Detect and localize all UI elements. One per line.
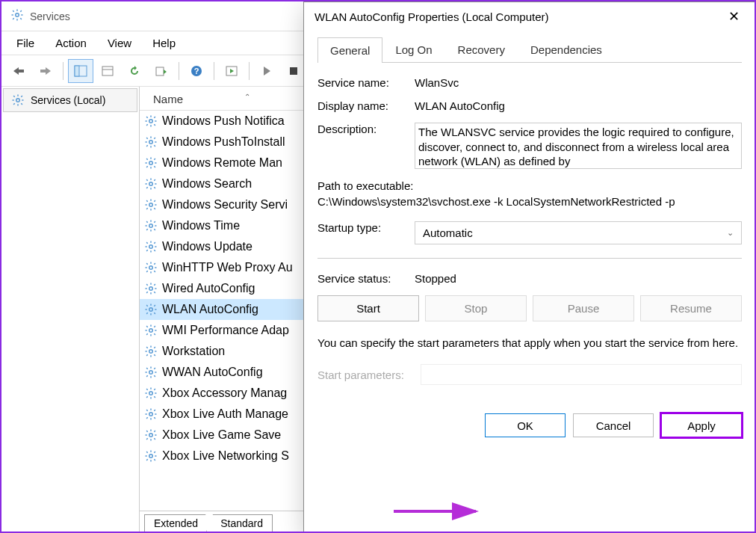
apply-button[interactable]: Apply [661, 413, 742, 437]
startup-type-dropdown[interactable]: Automatic ⌄ [415, 221, 742, 244]
tree-services-local[interactable]: Services (Local) [3, 88, 137, 112]
service-name: Windows Update [162, 240, 252, 253]
svg-point-0 [16, 13, 19, 17]
service-name: WMI Performance Adap [162, 324, 289, 337]
value-path: C:\Windows\system32\svchost.exe -k Local… [317, 195, 742, 208]
play-button[interactable] [254, 59, 279, 83]
svg-point-14 [149, 182, 153, 186]
menu-file[interactable]: File [7, 34, 43, 52]
svg-point-12 [149, 141, 153, 144]
service-name: Windows Security Servi [162, 198, 288, 212]
svg-point-19 [149, 287, 153, 291]
svg-point-26 [149, 434, 153, 437]
svg-text:?: ? [194, 67, 199, 76]
service-name: Wired AutoConfig [162, 282, 255, 295]
label-service-status: Service status: [317, 272, 415, 285]
gear-icon [144, 386, 158, 400]
svg-rect-2 [75, 66, 79, 76]
gear-icon [144, 449, 158, 463]
tab-recovery[interactable]: Recovery [445, 37, 518, 62]
toolbar-separator [179, 62, 179, 80]
label-description: Description: [317, 123, 415, 169]
label-start-parameters: Start parameters: [317, 369, 415, 381]
gear-icon [144, 407, 158, 421]
dialog-body: General Log On Recovery Dependencies Ser… [304, 31, 755, 413]
tab-dependencies[interactable]: Dependencies [518, 37, 615, 62]
resume-service-button: Resume [640, 295, 742, 321]
tab-standard[interactable]: Standard [206, 514, 273, 532]
service-name: WWAN AutoConfig [162, 366, 263, 379]
svg-point-11 [149, 120, 153, 123]
tree-label: Services (Local) [31, 94, 105, 106]
gear-icon [144, 324, 158, 337]
dialog-button-row: OK Cancel Apply [304, 413, 755, 440]
menu-action[interactable]: Action [46, 34, 96, 52]
svg-point-21 [149, 329, 153, 333]
help-toolbar-button[interactable]: ? [184, 59, 209, 83]
description-textbox[interactable]: The WLANSVC service provides the logic r… [415, 123, 742, 169]
start-service-toolbar-button[interactable] [219, 59, 244, 83]
service-name: Windows PushToInstall [162, 135, 285, 149]
service-name: Windows Push Notifica [162, 114, 285, 128]
gear-icon [144, 219, 158, 232]
properties-toolbar-button[interactable] [95, 59, 120, 83]
menu-view[interactable]: View [99, 34, 140, 52]
forward-button[interactable] [33, 59, 58, 83]
refresh-button[interactable] [122, 59, 147, 83]
svg-rect-3 [102, 67, 113, 76]
start-service-button[interactable]: Start [317, 295, 419, 321]
svg-point-23 [149, 371, 153, 375]
tab-general[interactable]: General [317, 37, 382, 63]
gear-icon [144, 114, 158, 128]
toolbar-separator [214, 62, 214, 80]
show-hide-tree-button[interactable] [68, 59, 93, 83]
label-path: Path to executable: [317, 179, 742, 192]
sort-indicator-icon: ⌃ [244, 93, 250, 101]
properties-dialog: WLAN AutoConfig Properties (Local Comput… [303, 1, 756, 533]
svg-point-15 [149, 203, 153, 207]
svg-point-13 [149, 161, 153, 165]
ok-button[interactable]: OK [485, 413, 566, 437]
service-name: Xbox Live Game Save [162, 428, 281, 442]
window-title: Services [30, 10, 70, 22]
svg-point-20 [149, 308, 153, 312]
back-button[interactable] [6, 59, 31, 83]
tree-panel: Services (Local) [1, 87, 140, 532]
gear-icon [144, 282, 158, 295]
gear-icon [144, 261, 158, 274]
menu-help[interactable]: Help [143, 34, 185, 52]
service-name: Windows Remote Man [162, 156, 282, 170]
svg-point-24 [149, 392, 153, 395]
close-button[interactable]: ✕ [722, 8, 745, 25]
stop-service-button: Stop [425, 295, 527, 321]
service-name: Xbox Accessory Manag [162, 386, 287, 400]
chevron-down-icon: ⌄ [727, 228, 734, 238]
gear-icon [144, 135, 158, 149]
tab-extended[interactable]: Extended [144, 514, 212, 532]
dialog-tab-strip: General Log On Recovery Dependencies [317, 37, 742, 63]
gear-icon [144, 240, 158, 253]
value-display-name: WLAN AutoConfig [415, 99, 742, 112]
startup-type-value: Automatic [423, 227, 473, 239]
gear-icon [144, 345, 158, 358]
svg-point-17 [149, 245, 153, 249]
start-parameters-input [421, 364, 742, 385]
gear-icon [11, 93, 25, 107]
cancel-button[interactable]: Cancel [573, 413, 654, 437]
services-app-icon [10, 8, 24, 24]
dialog-title: WLAN AutoConfig Properties (Local Comput… [315, 10, 548, 23]
label-startup-type: Startup type: [317, 221, 415, 244]
tab-logon[interactable]: Log On [382, 37, 444, 62]
gear-icon [144, 198, 158, 212]
stop-toolbar-button[interactable] [281, 59, 306, 83]
svg-rect-5 [156, 67, 164, 76]
service-name: Xbox Live Auth Manage [162, 407, 288, 421]
column-header-text: Name [153, 93, 183, 105]
service-name: WLAN AutoConfig [162, 303, 258, 316]
export-list-button[interactable] [149, 59, 174, 83]
svg-point-25 [149, 413, 153, 416]
gear-icon [144, 177, 158, 191]
toolbar-separator [63, 62, 63, 80]
value-service-name: WlanSvc [415, 76, 742, 89]
service-name: Xbox Live Networking S [162, 449, 289, 463]
